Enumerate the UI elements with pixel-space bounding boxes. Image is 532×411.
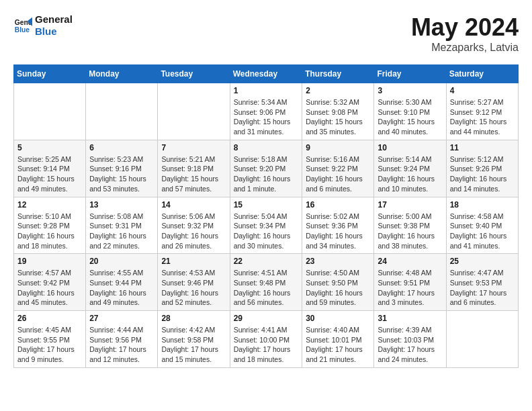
calendar-cell: 1Sunrise: 5:34 AMSunset: 9:06 PMDaylight…: [230, 83, 302, 140]
day-number: 15: [234, 200, 299, 210]
day-number: 20: [89, 257, 154, 266]
calendar-cell: 3Sunrise: 5:30 AMSunset: 9:10 PMDaylight…: [374, 83, 446, 140]
week-row-4: 19Sunrise: 4:57 AMSunset: 9:42 PMDayligh…: [14, 254, 519, 311]
day-info: Sunrise: 4:58 AMSunset: 9:40 PMDaylight:…: [450, 212, 515, 251]
calendar-cell: 28Sunrise: 4:42 AMSunset: 9:58 PMDayligh…: [158, 311, 230, 368]
calendar-header-row: SundayMondayTuesdayWednesdayThursdayFrid…: [14, 65, 519, 83]
calendar-cell: 2Sunrise: 5:32 AMSunset: 9:08 PMDaylight…: [302, 83, 374, 140]
day-info: Sunrise: 4:41 AMSunset: 10:00 PMDaylight…: [234, 325, 299, 365]
day-info: Sunrise: 5:23 AMSunset: 9:16 PMDaylight:…: [89, 154, 154, 194]
calendar-cell: 17Sunrise: 5:00 AMSunset: 9:38 PMDayligh…: [374, 197, 446, 254]
day-info: Sunrise: 5:10 AMSunset: 9:28 PMDaylight:…: [17, 212, 82, 251]
day-number: 13: [89, 200, 154, 210]
day-number: 19: [17, 257, 82, 266]
calendar-cell: 22Sunrise: 4:51 AMSunset: 9:48 PMDayligh…: [230, 254, 302, 311]
col-header-tuesday: Tuesday: [158, 65, 230, 83]
calendar-cell: 23Sunrise: 4:50 AMSunset: 9:50 PMDayligh…: [302, 254, 374, 311]
day-number: 21: [161, 257, 226, 266]
calendar-cell: 12Sunrise: 5:10 AMSunset: 9:28 PMDayligh…: [14, 197, 86, 254]
day-info: Sunrise: 5:08 AMSunset: 9:31 PMDaylight:…: [89, 212, 154, 251]
calendar-cell: 7Sunrise: 5:21 AMSunset: 9:18 PMDaylight…: [158, 140, 230, 197]
week-row-2: 5Sunrise: 5:25 AMSunset: 9:14 PMDaylight…: [14, 140, 519, 197]
calendar-cell: 20Sunrise: 4:55 AMSunset: 9:44 PMDayligh…: [86, 254, 158, 311]
day-info: Sunrise: 4:40 AMSunset: 10:01 PMDaylight…: [306, 325, 370, 365]
calendar-cell: 24Sunrise: 4:48 AMSunset: 9:51 PMDayligh…: [374, 254, 446, 311]
logo-general: General: [35, 13, 73, 26]
day-number: 22: [234, 257, 299, 266]
calendar-cell: 29Sunrise: 4:41 AMSunset: 10:00 PMDaylig…: [230, 311, 302, 368]
day-info: Sunrise: 4:45 AMSunset: 9:55 PMDaylight:…: [17, 325, 82, 365]
calendar-cell: 16Sunrise: 5:02 AMSunset: 9:36 PMDayligh…: [302, 197, 374, 254]
day-number: 24: [378, 257, 442, 266]
day-info: Sunrise: 5:04 AMSunset: 9:34 PMDaylight:…: [234, 212, 299, 251]
day-number: 28: [161, 314, 226, 323]
day-info: Sunrise: 4:51 AMSunset: 9:48 PMDaylight:…: [234, 268, 299, 308]
calendar-table: SundayMondayTuesdayWednesdayThursdayFrid…: [13, 64, 519, 368]
month-title: May 2024: [411, 13, 519, 42]
calendar-cell: 11Sunrise: 5:12 AMSunset: 9:26 PMDayligh…: [446, 140, 518, 197]
day-number: 1: [234, 86, 299, 95]
calendar-cell: [446, 311, 518, 368]
week-row-3: 12Sunrise: 5:10 AMSunset: 9:28 PMDayligh…: [14, 197, 519, 254]
col-header-friday: Friday: [374, 65, 446, 83]
col-header-sunday: Sunday: [14, 65, 86, 83]
day-info: Sunrise: 5:34 AMSunset: 9:06 PMDaylight:…: [234, 97, 299, 137]
calendar-cell: 26Sunrise: 4:45 AMSunset: 9:55 PMDayligh…: [14, 311, 86, 368]
calendar-cell: 10Sunrise: 5:14 AMSunset: 9:24 PMDayligh…: [374, 140, 446, 197]
calendar-cell: 15Sunrise: 5:04 AMSunset: 9:34 PMDayligh…: [230, 197, 302, 254]
calendar-cell: [86, 83, 158, 140]
calendar-cell: 5Sunrise: 5:25 AMSunset: 9:14 PMDaylight…: [14, 140, 86, 197]
day-number: 27: [89, 314, 154, 323]
calendar-cell: 30Sunrise: 4:40 AMSunset: 10:01 PMDaylig…: [302, 311, 374, 368]
day-number: 8: [234, 143, 299, 152]
day-info: Sunrise: 5:14 AMSunset: 9:24 PMDaylight:…: [378, 154, 442, 194]
calendar-cell: 4Sunrise: 5:27 AMSunset: 9:12 PMDaylight…: [446, 83, 518, 140]
col-header-wednesday: Wednesday: [230, 65, 302, 83]
day-info: Sunrise: 4:39 AMSunset: 10:03 PMDaylight…: [378, 325, 442, 365]
calendar-cell: 19Sunrise: 4:57 AMSunset: 9:42 PMDayligh…: [14, 254, 86, 311]
calendar-cell: 14Sunrise: 5:06 AMSunset: 9:32 PMDayligh…: [158, 197, 230, 254]
logo: General Blue General Blue: [13, 13, 73, 38]
day-number: 30: [306, 314, 370, 323]
day-number: 7: [161, 143, 226, 152]
day-number: 5: [17, 143, 82, 152]
day-number: 2: [306, 86, 370, 95]
day-number: 29: [234, 314, 299, 323]
calendar-cell: 13Sunrise: 5:08 AMSunset: 9:31 PMDayligh…: [86, 197, 158, 254]
day-info: Sunrise: 5:21 AMSunset: 9:18 PMDaylight:…: [161, 154, 226, 194]
calendar-cell: 27Sunrise: 4:44 AMSunset: 9:56 PMDayligh…: [86, 311, 158, 368]
day-number: 14: [161, 200, 226, 210]
day-info: Sunrise: 4:48 AMSunset: 9:51 PMDaylight:…: [378, 268, 442, 308]
day-number: 4: [450, 86, 515, 95]
day-info: Sunrise: 5:02 AMSunset: 9:36 PMDaylight:…: [306, 212, 370, 251]
day-number: 6: [89, 143, 154, 152]
day-info: Sunrise: 4:55 AMSunset: 9:44 PMDaylight:…: [89, 268, 154, 308]
calendar-cell: 9Sunrise: 5:16 AMSunset: 9:22 PMDaylight…: [302, 140, 374, 197]
day-number: 16: [306, 200, 370, 210]
calendar-cell: 6Sunrise: 5:23 AMSunset: 9:16 PMDaylight…: [86, 140, 158, 197]
day-info: Sunrise: 5:18 AMSunset: 9:20 PMDaylight:…: [234, 154, 299, 194]
day-info: Sunrise: 5:30 AMSunset: 9:10 PMDaylight:…: [378, 97, 442, 137]
day-number: 9: [306, 143, 370, 152]
day-number: 11: [450, 143, 515, 152]
page-header: General Blue General Blue May 2024 Mezap…: [13, 13, 519, 54]
day-info: Sunrise: 4:57 AMSunset: 9:42 PMDaylight:…: [17, 268, 82, 308]
logo-blue: Blue: [35, 26, 73, 38]
week-row-5: 26Sunrise: 4:45 AMSunset: 9:55 PMDayligh…: [14, 311, 519, 368]
day-info: Sunrise: 5:16 AMSunset: 9:22 PMDaylight:…: [306, 154, 370, 194]
day-info: Sunrise: 4:44 AMSunset: 9:56 PMDaylight:…: [89, 325, 154, 365]
day-number: 3: [378, 86, 442, 95]
calendar-cell: [158, 83, 230, 140]
col-header-saturday: Saturday: [446, 65, 518, 83]
location: Mezaparks, Latvia: [411, 42, 519, 54]
day-info: Sunrise: 5:27 AMSunset: 9:12 PMDaylight:…: [450, 97, 515, 137]
calendar-cell: 18Sunrise: 4:58 AMSunset: 9:40 PMDayligh…: [446, 197, 518, 254]
day-number: 17: [378, 200, 442, 210]
col-header-thursday: Thursday: [302, 65, 374, 83]
calendar-cell: 21Sunrise: 4:53 AMSunset: 9:46 PMDayligh…: [158, 254, 230, 311]
day-info: Sunrise: 5:06 AMSunset: 9:32 PMDaylight:…: [161, 212, 226, 251]
day-number: 31: [378, 314, 442, 323]
week-row-1: 1Sunrise: 5:34 AMSunset: 9:06 PMDaylight…: [14, 83, 519, 140]
day-number: 18: [450, 200, 515, 210]
day-number: 23: [306, 257, 370, 266]
